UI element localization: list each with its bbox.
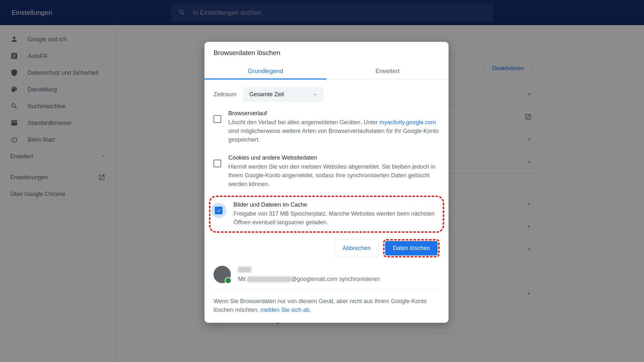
check-desc: Hiermit werden Sie von den meisten Websi… [228, 162, 440, 189]
check-desc: Freigabe von 317 MB Speicherplatz. Manch… [233, 209, 438, 227]
check-item-history: Browserverlauf Löscht den Verlauf bei al… [204, 105, 449, 149]
sync-account-row: Mit @googlemail.com synchronisieren [204, 260, 449, 288]
sync-email: Mit @googlemail.com synchronisieren [238, 276, 440, 283]
timerange-label: Zeitraum [213, 91, 236, 98]
signout-link[interactable]: melden Sie sich ab [260, 307, 309, 313]
check-icon [216, 208, 221, 213]
checkbox[interactable] [215, 207, 223, 214]
check-title: Cookies und andere Websitedaten [228, 154, 440, 161]
check-title: Bilder und Dateien im Cache [233, 201, 438, 208]
clear-data-dialog: Browserdaten löschen Grundlegend Erweite… [204, 42, 449, 323]
tabs: Grundlegend Erweitert [204, 63, 449, 79]
tab-basic[interactable]: Grundlegend [204, 63, 327, 79]
timerange-row: Zeitraum Gesamte Zeit [204, 79, 449, 105]
myactivity-link[interactable]: myactivity.google.com [379, 119, 436, 125]
checkbox-focus-ring [211, 203, 226, 218]
checkbox[interactable] [213, 115, 221, 123]
highlight-annotation: Bilder und Dateien im Cache Freigabe von… [209, 196, 444, 233]
dialog-footer: Wenn Sie Browserdaten nur von diesem Ger… [204, 292, 449, 316]
cancel-button[interactable]: Abbrechen [335, 239, 379, 257]
highlight-annotation: Daten löschen [383, 239, 440, 257]
checkbox[interactable] [213, 160, 221, 167]
avatar [213, 266, 231, 283]
check-item-cache: Bilder und Dateien im Cache Freigabe von… [211, 198, 438, 230]
timerange-select[interactable]: Gesamte Zeit [243, 87, 323, 102]
dropdown-arrow-icon [313, 92, 317, 97]
redacted-email [247, 276, 291, 282]
check-desc: Löscht den Verlauf bei allen angemeldete… [228, 118, 440, 144]
check-title: Browserverlauf [228, 110, 440, 117]
redacted-name [238, 267, 251, 273]
dialog-actions: Abbrechen Daten löschen [204, 235, 449, 260]
timerange-value: Gesamte Zeit [249, 91, 284, 98]
divider [213, 290, 440, 290]
tab-advanced[interactable]: Erweitert [327, 63, 449, 79]
dialog-title: Browserdaten löschen [204, 42, 449, 63]
check-item-cookies: Cookies und andere Websitedaten Hiermit … [204, 149, 449, 194]
clear-data-button[interactable]: Daten löschen [385, 241, 438, 255]
